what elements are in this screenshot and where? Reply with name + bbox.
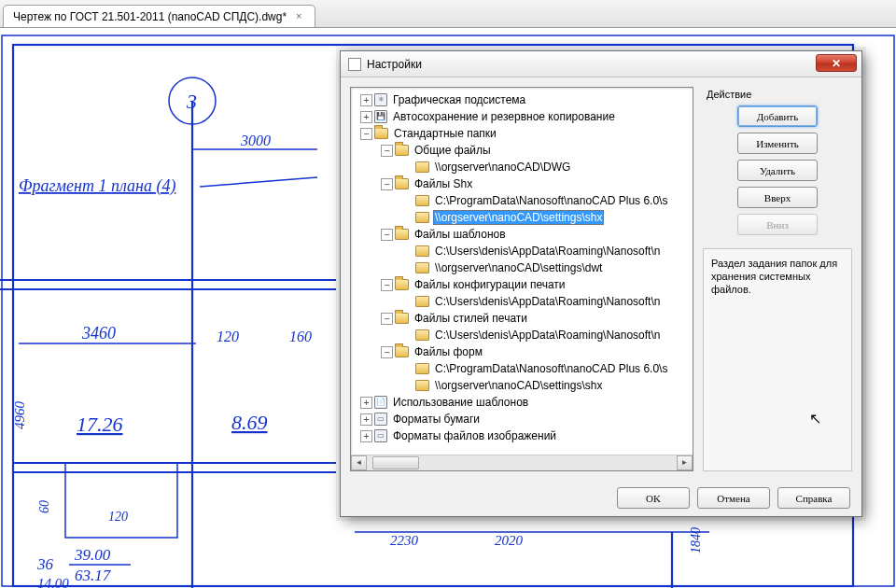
folder-icon <box>415 212 429 223</box>
folder-icon <box>395 346 409 357</box>
tree-item-graphics[interactable]: Графическая подсистема <box>391 92 527 107</box>
svg-text:14.00: 14.00 <box>37 576 69 588</box>
tree-path[interactable]: C:\Users\denis\AppData\Roaming\Nanosoft\… <box>433 244 662 259</box>
scroll-left-icon[interactable]: ◄ <box>351 455 367 470</box>
folder-icon <box>395 229 409 240</box>
tree-item-paper-formats[interactable]: Форматы бумаги <box>391 412 482 427</box>
ok-button[interactable]: OK <box>617 487 690 509</box>
settings-dialog: Настройки ✕ +✳Графическая подсистема +💾А… <box>340 50 862 517</box>
tree-item-template-use[interactable]: Использование шаблонов <box>391 395 530 410</box>
folder-icon <box>395 279 409 290</box>
tree-path[interactable]: \\orgserver\nanoCAD\settings\dwt <box>433 260 604 275</box>
svg-text:120: 120 <box>108 510 128 524</box>
tree-path[interactable]: \\orgserver\nanoCAD\DWG <box>433 160 572 175</box>
scroll-thumb[interactable] <box>372 456 419 469</box>
save-icon: 💾 <box>374 110 387 123</box>
tree-path-selected[interactable]: \\orgserver\nanoCAD\settings\shx <box>433 210 604 225</box>
svg-text:36: 36 <box>36 555 54 573</box>
cursor-icon: ↖ <box>809 413 821 426</box>
dialog-title-bar[interactable]: Настройки ✕ <box>341 51 861 77</box>
down-button[interactable]: Вниз <box>737 214 818 235</box>
template-icon: 📄 <box>374 396 387 409</box>
tree-item-forms[interactable]: Файлы форм <box>413 344 484 359</box>
settings-tree[interactable]: +✳Графическая подсистема +💾Автосохранени… <box>350 87 693 471</box>
tree-path[interactable]: C:\ProgramData\Nanosoft\nanoCAD Plus 6.0… <box>433 361 669 376</box>
tree-path[interactable]: C:\Users\denis\AppData\Roaming\Nanosoft\… <box>433 328 662 343</box>
scroll-right-icon[interactable]: ► <box>677 455 693 470</box>
cancel-button[interactable]: Отмена <box>697 487 770 509</box>
svg-line-8 <box>200 177 317 187</box>
folder-icon <box>415 245 429 257</box>
folder-icon <box>395 145 409 156</box>
add-button[interactable]: Добавить <box>737 105 818 127</box>
svg-text:8.69: 8.69 <box>231 411 268 434</box>
folder-icon <box>415 329 429 341</box>
svg-rect-20 <box>65 463 177 538</box>
folder-icon <box>415 380 429 391</box>
folder-icon <box>374 128 388 139</box>
svg-text:160: 160 <box>289 329 312 344</box>
grid-bubble: 3 <box>186 90 197 113</box>
action-label: Действие <box>707 89 852 100</box>
close-button[interactable]: ✕ <box>816 54 857 72</box>
svg-text:63.17: 63.17 <box>75 567 112 584</box>
svg-text:17.26: 17.26 <box>77 413 123 436</box>
horizontal-scrollbar[interactable]: ◄ ► <box>351 455 693 470</box>
up-button[interactable]: Вверх <box>737 187 818 208</box>
page-icon: ▭ <box>374 413 387 426</box>
tree-item-std-folders[interactable]: Стандартные папки <box>392 126 498 141</box>
tree-path[interactable]: \\orgserver\nanoCAD\settings\shx <box>433 378 604 393</box>
folder-icon <box>415 296 429 307</box>
document-tab-title: Чертеж по ГОСТ 21.501-2011 (nanoCAD СПДС… <box>13 10 287 23</box>
svg-text:1840: 1840 <box>689 527 703 553</box>
tree-item-autosave[interactable]: Автосохранение и резервное копирование <box>391 109 617 124</box>
svg-text:2230: 2230 <box>390 533 419 548</box>
svg-text:2020: 2020 <box>495 533 524 548</box>
description-panel: Раздел задания папок для хранения систем… <box>703 248 852 471</box>
svg-text:120: 120 <box>217 329 239 344</box>
document-tab-bar: Чертеж по ГОСТ 21.501-2011 (nanoCAD СПДС… <box>0 0 896 28</box>
dialog-title: Настройки <box>367 58 422 71</box>
svg-text:3460: 3460 <box>81 324 116 343</box>
action-panel: Действие Добавить Изменить Удалить Вверх… <box>703 87 852 471</box>
svg-text:4960: 4960 <box>12 401 27 430</box>
tab-close-icon[interactable]: × <box>292 10 305 23</box>
app-icon <box>348 58 361 71</box>
tree-path[interactable]: C:\Users\denis\AppData\Roaming\Nanosoft\… <box>433 294 662 309</box>
folder-icon <box>395 178 409 189</box>
tree-item-printstyles[interactable]: Файлы стилей печати <box>413 311 529 326</box>
delete-button[interactable]: Удалить <box>737 160 818 181</box>
folder-icon <box>415 195 429 206</box>
edit-button[interactable]: Изменить <box>737 133 818 154</box>
help-button[interactable]: Справка <box>777 487 850 509</box>
tree-item-printconfig[interactable]: Файлы конфигурации печати <box>413 277 567 292</box>
tree-item-common[interactable]: Общие файлы <box>413 143 493 158</box>
folder-icon <box>415 262 429 273</box>
tree-item-image-formats[interactable]: Форматы файлов изображений <box>391 428 558 443</box>
description-text: Раздел задания папок для хранения систем… <box>711 258 837 295</box>
svg-text:Фрагмент 1 плана (4): Фрагмент 1 плана (4) <box>19 176 175 196</box>
folder-icon <box>415 363 429 374</box>
gear-icon: ✳ <box>374 93 387 106</box>
document-tab[interactable]: Чертеж по ГОСТ 21.501-2011 (nanoCAD СПДС… <box>3 5 315 27</box>
svg-text:39.00: 39.00 <box>74 546 111 564</box>
folder-icon <box>415 161 429 173</box>
svg-text:3000: 3000 <box>240 133 271 148</box>
tree-path[interactable]: C:\ProgramData\Nanosoft\nanoCAD Plus 6.0… <box>433 193 669 208</box>
svg-text:60: 60 <box>37 500 51 513</box>
tree-item-shx[interactable]: Файлы Shx <box>413 176 474 191</box>
tree-item-templates[interactable]: Файлы шаблонов <box>413 227 508 242</box>
dialog-button-row: OK Отмена Справка <box>617 487 850 509</box>
image-icon: ▭ <box>374 429 387 442</box>
folder-icon <box>395 313 409 324</box>
